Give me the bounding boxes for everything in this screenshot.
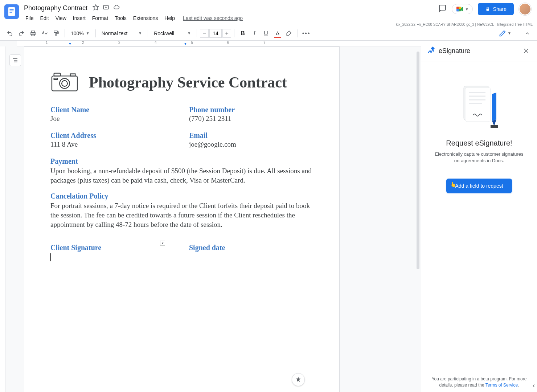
ruler-tick: 1 (46, 41, 48, 45)
svg-point-23 (62, 81, 67, 86)
svg-rect-24 (54, 78, 58, 79)
email-value: joe@google.com (189, 140, 313, 148)
chevron-down-icon: ▼ (508, 31, 511, 35)
comment-history-icon[interactable] (438, 4, 447, 14)
decrease-font-size[interactable]: − (200, 29, 209, 38)
more-tools-button[interactable]: ••• (301, 28, 312, 39)
zoom-select[interactable]: 100%▼ (68, 29, 93, 38)
chevron-down-icon: ▼ (187, 31, 191, 35)
collapse-toolbar-button[interactable] (522, 28, 533, 39)
outline-toggle-button[interactable] (9, 54, 21, 66)
last-edit-link[interactable]: Last edit was seconds ago (183, 15, 243, 21)
email-label: Email (189, 131, 313, 140)
chevron-down-icon: ▼ (465, 7, 469, 11)
svg-marker-33 (492, 93, 496, 121)
paint-format-button[interactable] (51, 28, 62, 39)
share-button-label: Share (493, 6, 507, 12)
share-button[interactable]: Share (478, 3, 514, 15)
signed-date-label: Signed date (189, 244, 313, 252)
svg-rect-9 (456, 9, 459, 11)
menu-edit[interactable]: Edit (37, 14, 52, 23)
address-value: 111 8 Ave (50, 140, 175, 148)
ruler-tick: 5 (191, 41, 193, 45)
camera-icon (50, 71, 79, 94)
indent-marker[interactable]: ▼ (184, 42, 187, 46)
svg-rect-2 (10, 11, 14, 11)
svg-rect-35 (491, 125, 498, 128)
svg-marker-10 (461, 7, 463, 12)
font-select[interactable]: Rockwell▼ (151, 29, 194, 38)
build-info: kix_2022.22-Fri_RC00 SCARY SHARD000 gc_3… (396, 23, 533, 26)
menu-view[interactable]: View (53, 14, 69, 23)
menu-tools[interactable]: Tools (112, 14, 130, 23)
bold-button[interactable]: B (237, 28, 248, 39)
cloud-status-icon[interactable] (113, 4, 120, 12)
client-name-label: Client Name (50, 106, 175, 114)
sidepanel-footer: You are participating in a beta program.… (421, 371, 537, 392)
editing-mode-button[interactable]: ▼ (496, 28, 514, 38)
svg-rect-7 (456, 7, 459, 9)
docs-app-icon[interactable] (4, 4, 19, 19)
ruler-tick: 2 (82, 41, 84, 45)
font-size-input[interactable] (209, 29, 222, 38)
ruler-tick: 4 (155, 41, 157, 45)
expand-chevron-icon[interactable] (531, 383, 536, 390)
font-value: Rockwell (154, 30, 174, 36)
field-dropdown-icon[interactable]: ▾ (160, 241, 165, 246)
menu-insert[interactable]: Insert (70, 14, 89, 23)
vertical-ruler[interactable] (0, 46, 6, 392)
underline-button[interactable]: U (261, 28, 271, 39)
menu-format[interactable]: Format (89, 14, 111, 23)
signature-label: Client Signature (50, 244, 175, 252)
terms-link[interactable]: Terms of Service (485, 383, 518, 388)
indent-marker[interactable]: ▼ (68, 42, 72, 46)
spellcheck-button[interactable] (39, 28, 50, 39)
increase-font-size[interactable]: + (222, 29, 231, 38)
italic-button[interactable]: I (249, 28, 260, 39)
svg-rect-21 (70, 74, 75, 76)
svg-rect-15 (54, 31, 57, 33)
sidepanel-title: eSignature (439, 47, 470, 55)
meet-button[interactable]: ▼ (452, 4, 473, 14)
vertical-scrollbar[interactable] (417, 48, 420, 388)
address-label: Client Address (50, 131, 175, 140)
text-color-button[interactable]: A (272, 28, 283, 39)
payment-label: Payment (50, 157, 313, 166)
svg-rect-20 (54, 73, 61, 76)
paragraph-style-select[interactable]: Normal text▼ (99, 29, 145, 38)
svg-rect-3 (10, 12, 12, 13)
svg-rect-0 (8, 7, 15, 16)
phone-label: Phone number (189, 106, 313, 114)
menu-help[interactable]: Help (161, 14, 178, 23)
menu-extensions[interactable]: Extensions (130, 14, 161, 23)
svg-rect-11 (486, 9, 489, 11)
close-sidepanel-button[interactable] (521, 46, 531, 56)
star-icon[interactable] (93, 4, 99, 12)
chevron-down-icon: ▼ (86, 31, 90, 35)
highlight-button[interactable] (284, 28, 295, 39)
document-page[interactable]: Photography Service Contract Client Name… (24, 46, 340, 392)
horizontal-ruler[interactable]: 1 2 3 4 5 6 7 ▼ ▼ (17, 41, 421, 46)
editor-area[interactable]: 1 2 3 4 5 6 7 ▼ ▼ (0, 41, 421, 392)
ruler-tick: 6 (227, 41, 229, 45)
redo-button[interactable] (16, 28, 27, 39)
document-heading: Photography Service Contract (89, 74, 287, 91)
explore-button[interactable] (292, 373, 305, 386)
add-field-button[interactable]: 👆 Add a field to request (446, 179, 512, 193)
sidepanel-description: Electronically capture customer signatur… (430, 151, 528, 164)
svg-rect-1 (10, 9, 14, 10)
account-avatar[interactable] (519, 3, 531, 15)
document-title[interactable]: Photography Contract (22, 4, 89, 13)
move-icon[interactable] (103, 4, 109, 12)
chevron-down-icon: ▼ (138, 31, 142, 35)
client-name-value: Joe (50, 115, 175, 123)
ruler-tick: 3 (118, 41, 120, 45)
print-button[interactable] (28, 28, 38, 39)
phone-value: (770) 251 2311 (189, 115, 313, 123)
esignature-icon (427, 46, 435, 56)
menu-file[interactable]: File (22, 14, 37, 23)
add-field-label: Add a field to request (455, 183, 503, 189)
cancellation-body: For portrait sessions, a 7-day notice is… (50, 201, 313, 229)
svg-point-22 (60, 78, 69, 88)
undo-button[interactable] (4, 28, 15, 39)
